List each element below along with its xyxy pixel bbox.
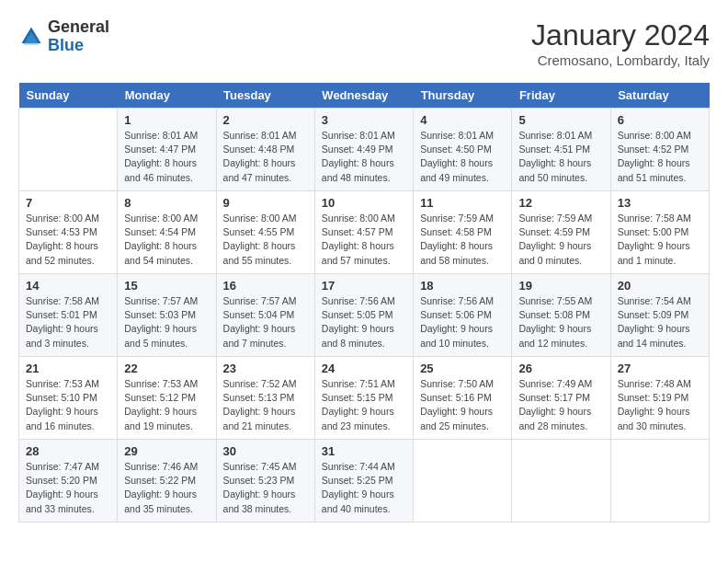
logo-general: General <box>48 17 109 36</box>
day-info: Sunrise: 7:56 AMSunset: 5:05 PMDaylight:… <box>322 294 406 350</box>
day-number: 27 <box>618 362 702 375</box>
weekday-tuesday: Tuesday <box>216 83 314 109</box>
calendar-cell: 18Sunrise: 7:56 AMSunset: 5:06 PMDayligh… <box>414 274 512 357</box>
calendar-cell <box>19 109 118 191</box>
calendar-cell: 15Sunrise: 7:57 AMSunset: 5:03 PMDayligh… <box>118 274 216 357</box>
day-number: 30 <box>223 444 308 458</box>
day-info: Sunrise: 8:01 AMSunset: 4:51 PMDaylight:… <box>518 129 603 185</box>
day-number: 13 <box>618 196 702 210</box>
calendar-week-4: 21Sunrise: 7:53 AMSunset: 5:10 PMDayligh… <box>19 357 710 440</box>
calendar-week-2: 7Sunrise: 8:00 AMSunset: 4:53 PMDaylight… <box>19 191 710 274</box>
day-info: Sunrise: 7:48 AMSunset: 5:19 PMDaylight:… <box>618 377 702 433</box>
calendar-cell: 8Sunrise: 8:00 AMSunset: 4:54 PMDaylight… <box>118 191 216 274</box>
day-number: 2 <box>223 113 308 127</box>
day-number: 18 <box>420 279 505 293</box>
day-info: Sunrise: 8:01 AMSunset: 4:50 PMDaylight:… <box>420 129 505 185</box>
day-info: Sunrise: 8:01 AMSunset: 4:49 PMDaylight:… <box>322 129 406 185</box>
day-info: Sunrise: 8:00 AMSunset: 4:52 PMDaylight:… <box>618 129 702 185</box>
day-info: Sunrise: 7:44 AMSunset: 5:25 PMDaylight:… <box>322 460 406 516</box>
month-title: January 2024 <box>531 18 710 52</box>
logo-icon <box>18 24 44 50</box>
day-info: Sunrise: 7:45 AMSunset: 5:23 PMDaylight:… <box>223 460 308 516</box>
calendar-cell: 21Sunrise: 7:53 AMSunset: 5:10 PMDayligh… <box>19 357 118 440</box>
calendar-cell: 22Sunrise: 7:53 AMSunset: 5:12 PMDayligh… <box>118 357 216 440</box>
calendar-cell: 2Sunrise: 8:01 AMSunset: 4:48 PMDaylight… <box>216 109 314 191</box>
day-number: 3 <box>322 113 406 127</box>
calendar-cell <box>512 440 610 523</box>
calendar-cell: 10Sunrise: 8:00 AMSunset: 4:57 PMDayligh… <box>314 191 413 274</box>
day-info: Sunrise: 8:01 AMSunset: 4:48 PMDaylight:… <box>223 129 308 185</box>
day-info: Sunrise: 7:49 AMSunset: 5:17 PMDaylight:… <box>518 377 603 433</box>
day-number: 21 <box>26 362 110 375</box>
weekday-header-row: SundayMondayTuesdayWednesdayThursdayFrid… <box>19 83 710 109</box>
day-number: 5 <box>518 113 603 127</box>
calendar-cell: 5Sunrise: 8:01 AMSunset: 4:51 PMDaylight… <box>512 109 610 191</box>
day-info: Sunrise: 7:55 AMSunset: 5:08 PMDaylight:… <box>518 294 603 350</box>
day-info: Sunrise: 7:56 AMSunset: 5:06 PMDaylight:… <box>420 294 505 350</box>
day-number: 20 <box>618 279 702 293</box>
calendar-cell: 23Sunrise: 7:52 AMSunset: 5:13 PMDayligh… <box>216 357 314 440</box>
day-info: Sunrise: 7:50 AMSunset: 5:16 PMDaylight:… <box>420 377 505 433</box>
day-number: 26 <box>518 362 603 375</box>
day-number: 10 <box>322 196 406 210</box>
title-block: January 2024 Cremosano, Lombardy, Italy <box>531 18 710 68</box>
calendar-cell: 25Sunrise: 7:50 AMSunset: 5:16 PMDayligh… <box>414 357 512 440</box>
day-number: 28 <box>26 444 110 458</box>
day-info: Sunrise: 7:51 AMSunset: 5:15 PMDaylight:… <box>322 377 406 433</box>
calendar-week-5: 28Sunrise: 7:47 AMSunset: 5:20 PMDayligh… <box>19 440 710 523</box>
day-number: 24 <box>322 362 406 375</box>
logo-blue: Blue <box>48 36 84 54</box>
calendar-cell: 3Sunrise: 8:01 AMSunset: 4:49 PMDaylight… <box>314 109 413 191</box>
day-info: Sunrise: 7:57 AMSunset: 5:03 PMDaylight:… <box>124 294 209 350</box>
weekday-thursday: Thursday <box>414 83 512 109</box>
calendar-cell: 11Sunrise: 7:59 AMSunset: 4:58 PMDayligh… <box>414 191 512 274</box>
calendar-cell: 27Sunrise: 7:48 AMSunset: 5:19 PMDayligh… <box>610 357 709 440</box>
calendar-cell: 20Sunrise: 7:54 AMSunset: 5:09 PMDayligh… <box>610 274 709 357</box>
calendar-cell <box>414 440 512 523</box>
day-number: 19 <box>518 279 603 293</box>
day-number: 16 <box>223 279 308 293</box>
weekday-wednesday: Wednesday <box>314 83 413 109</box>
calendar-cell: 28Sunrise: 7:47 AMSunset: 5:20 PMDayligh… <box>19 440 118 523</box>
day-number: 9 <box>223 196 308 210</box>
day-number: 6 <box>618 113 702 127</box>
day-number: 11 <box>420 196 505 210</box>
day-info: Sunrise: 7:57 AMSunset: 5:04 PMDaylight:… <box>223 294 308 350</box>
day-number: 7 <box>26 196 110 210</box>
calendar-cell: 31Sunrise: 7:44 AMSunset: 5:25 PMDayligh… <box>314 440 413 523</box>
day-info: Sunrise: 8:00 AMSunset: 4:54 PMDaylight:… <box>124 212 209 268</box>
day-number: 8 <box>124 196 209 210</box>
day-number: 25 <box>420 362 505 375</box>
calendar-cell: 30Sunrise: 7:45 AMSunset: 5:23 PMDayligh… <box>216 440 314 523</box>
calendar-cell: 26Sunrise: 7:49 AMSunset: 5:17 PMDayligh… <box>512 357 610 440</box>
day-number: 23 <box>223 362 308 375</box>
calendar-cell: 24Sunrise: 7:51 AMSunset: 5:15 PMDayligh… <box>314 357 413 440</box>
day-info: Sunrise: 8:00 AMSunset: 4:53 PMDaylight:… <box>26 212 110 268</box>
day-info: Sunrise: 7:53 AMSunset: 5:12 PMDaylight:… <box>124 377 209 433</box>
weekday-sunday: Sunday <box>19 83 118 109</box>
calendar-cell: 1Sunrise: 8:01 AMSunset: 4:47 PMDaylight… <box>118 109 216 191</box>
weekday-saturday: Saturday <box>610 83 709 109</box>
day-number: 1 <box>124 113 209 127</box>
calendar-cell: 13Sunrise: 7:58 AMSunset: 5:00 PMDayligh… <box>610 191 709 274</box>
calendar-cell: 29Sunrise: 7:46 AMSunset: 5:22 PMDayligh… <box>118 440 216 523</box>
day-number: 29 <box>124 444 209 458</box>
calendar-cell: 7Sunrise: 8:00 AMSunset: 4:53 PMDaylight… <box>19 191 118 274</box>
day-number: 15 <box>124 279 209 293</box>
calendar-cell: 6Sunrise: 8:00 AMSunset: 4:52 PMDaylight… <box>610 109 709 191</box>
calendar-week-1: 1Sunrise: 8:01 AMSunset: 4:47 PMDaylight… <box>19 109 710 191</box>
day-info: Sunrise: 8:00 AMSunset: 4:57 PMDaylight:… <box>322 212 406 268</box>
location: Cremosano, Lombardy, Italy <box>531 52 710 68</box>
calendar-cell <box>610 440 709 523</box>
day-info: Sunrise: 7:46 AMSunset: 5:22 PMDaylight:… <box>124 460 209 516</box>
day-info: Sunrise: 8:00 AMSunset: 4:55 PMDaylight:… <box>223 212 308 268</box>
day-info: Sunrise: 7:52 AMSunset: 5:13 PMDaylight:… <box>223 377 308 433</box>
logo: General Blue <box>18 18 109 55</box>
calendar-body: 1Sunrise: 8:01 AMSunset: 4:47 PMDaylight… <box>19 109 710 523</box>
day-number: 22 <box>124 362 209 375</box>
calendar-cell: 16Sunrise: 7:57 AMSunset: 5:04 PMDayligh… <box>216 274 314 357</box>
day-number: 17 <box>322 279 406 293</box>
day-info: Sunrise: 8:01 AMSunset: 4:47 PMDaylight:… <box>124 129 209 185</box>
page-header: General Blue January 2024 Cremosano, Lom… <box>18 18 710 68</box>
calendar-table: SundayMondayTuesdayWednesdayThursdayFrid… <box>18 83 710 523</box>
